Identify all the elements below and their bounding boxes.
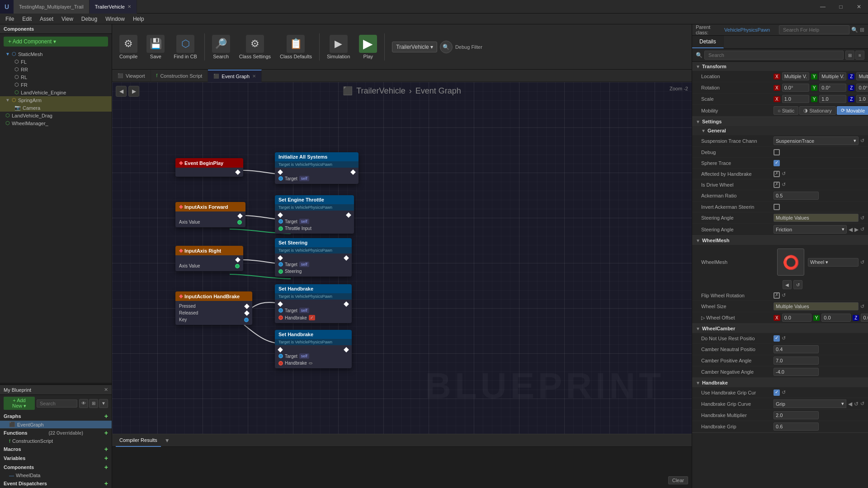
- wheel-offset-z-input[interactable]: [861, 314, 868, 322]
- grip-curve-dropdown[interactable]: Grip ▾: [774, 399, 846, 408]
- stationary-mobility-button[interactable]: ◑ Stationary: [799, 106, 836, 115]
- drive-wheel-checkbox[interactable]: [774, 182, 780, 188]
- macros-add-icon[interactable]: +: [104, 446, 108, 453]
- compile-button[interactable]: ⚙ Compile: [116, 33, 141, 61]
- tree-item-fr[interactable]: ⬡ FR: [0, 81, 112, 89]
- forward-exec-pin[interactable]: [237, 213, 242, 218]
- right-search-input[interactable]: [704, 51, 844, 60]
- throttle-target-pin[interactable]: [278, 219, 283, 224]
- search-help-input[interactable]: [779, 25, 849, 34]
- handbrake-section-header[interactable]: ▼ Handbrake: [692, 378, 868, 387]
- blueprint-filter-icon[interactable]: ▼: [99, 399, 108, 408]
- wheelmesh-section-header[interactable]: ▼ WheelMesh: [692, 236, 868, 245]
- find-in-cb-button[interactable]: ⬡ Find in CB: [170, 33, 200, 61]
- bp-section-components[interactable]: Components +: [0, 463, 112, 472]
- right-top-view-icon[interactable]: ⊞: [860, 27, 864, 33]
- throttle-input-pin[interactable]: [278, 226, 283, 231]
- camber-negative-input[interactable]: [774, 368, 819, 376]
- handbrake-grip-input[interactable]: [774, 422, 819, 431]
- variables-add-icon[interactable]: +: [104, 455, 108, 462]
- add-component-button[interactable]: + Add Component ▾: [4, 37, 108, 47]
- debug-search-icon[interactable]: 🔍: [440, 41, 453, 53]
- construction-script-tab[interactable]: f Construction Script: [151, 70, 208, 82]
- node-input-handbrake[interactable]: ◆ InputAction HandBrake Pressed Released…: [175, 291, 252, 325]
- tree-item-rr[interactable]: ⬡ RR: [0, 66, 112, 73]
- handbrake-key-pin[interactable]: [244, 318, 249, 322]
- wheel-size-dropdown[interactable]: Multiple Values: [774, 302, 859, 310]
- search-button[interactable]: 🔎 Search: [208, 33, 234, 61]
- menu-window[interactable]: Window: [102, 15, 128, 23]
- blueprint-canvas[interactable]: ◀ ▶ ⬛ TrailerVehicle › Event Graph Zoom …: [112, 82, 692, 434]
- throttle-exec-out-pin[interactable]: [346, 212, 351, 217]
- simulation-button[interactable]: ▶ Simulation: [323, 33, 354, 61]
- flip-wheel-checkbox[interactable]: [774, 292, 780, 299]
- wheelmesh-refresh-icon[interactable]: ↺: [793, 280, 802, 289]
- drive-wheel-reset-icon[interactable]: ↺: [782, 182, 786, 188]
- location-y-input[interactable]: [819, 72, 846, 80]
- scale-z-input[interactable]: [856, 95, 868, 103]
- handbrake-multiplier-input[interactable]: [774, 411, 819, 419]
- grip-curve-refresh-icon[interactable]: ↺: [854, 401, 859, 407]
- menu-view[interactable]: View: [58, 15, 77, 23]
- bp-section-graphs[interactable]: Graphs +: [0, 412, 112, 421]
- general-subsection-header[interactable]: ▼ General: [692, 126, 868, 135]
- right-view-btn-2[interactable]: ≡: [855, 51, 864, 60]
- init-exec-in-pin[interactable]: [278, 169, 283, 174]
- hb2-target-pin[interactable]: [278, 354, 283, 358]
- blueprint-add-button[interactable]: + Add New ▾: [4, 397, 35, 410]
- bp-item-constructionscript[interactable]: f ConstructionScript: [0, 437, 112, 445]
- maximize-button[interactable]: □: [832, 0, 850, 14]
- tree-item-fl[interactable]: ⬡ FL: [0, 58, 112, 66]
- right-axis-pin[interactable]: [235, 264, 240, 268]
- bp-section-variables[interactable]: Variables +: [0, 454, 112, 463]
- event-graph-close-icon[interactable]: ✕: [252, 74, 256, 79]
- bp-item-eventgraph[interactable]: ⬛ EventGraph: [0, 421, 112, 428]
- node-set-steering[interactable]: Set Steering Target is VehiclePhysicsPaw…: [275, 238, 352, 277]
- class-settings-button[interactable]: ⚙ Class Settings: [236, 33, 274, 61]
- tree-item-camera[interactable]: 📷 Camera: [0, 104, 112, 112]
- steering-value-pin[interactable]: [278, 269, 283, 274]
- transform-section-header[interactable]: ▼ Transform: [692, 62, 868, 71]
- bp-section-dispatchers[interactable]: Event Dispatchers +: [0, 479, 112, 488]
- node-input-right[interactable]: ◆ InputAxis Right Axis Value: [175, 246, 243, 271]
- node-set-throttle[interactable]: Set Engine Throttle Target is VehiclePhy…: [275, 195, 354, 234]
- node-set-handbrake2[interactable]: Set Handbrake Target is VehiclePhysicsPa…: [275, 330, 352, 368]
- node-init-systems[interactable]: Initialize All Systems Target is Vehicle…: [275, 152, 359, 184]
- wheel-offset-x-input[interactable]: [782, 314, 811, 322]
- dispatchers-add-icon[interactable]: +: [104, 480, 108, 487]
- class-defaults-button[interactable]: 📋 Class Defaults: [276, 33, 316, 61]
- steering-target-pin[interactable]: [278, 262, 283, 267]
- wheelmesh-dropdown[interactable]: Wheel ▾: [808, 258, 859, 267]
- use-handbrake-grip-reset-icon[interactable]: ↺: [782, 389, 786, 395]
- hb2-exec-in-pin[interactable]: [278, 347, 283, 352]
- rotation-z-input[interactable]: [856, 84, 868, 92]
- minimize-button[interactable]: —: [814, 0, 832, 14]
- blueprint-close-icon[interactable]: ✕: [104, 387, 108, 393]
- compiler-results-tab[interactable]: Compiler Results: [116, 434, 161, 447]
- tree-item-engine[interactable]: ⬡ LandVehicle_Engine: [0, 89, 112, 96]
- camber-neutral-input[interactable]: [774, 345, 819, 353]
- affected-handbrake-checkbox[interactable]: [774, 171, 780, 177]
- details-tab[interactable]: Details: [692, 36, 724, 48]
- compiler-clear-button[interactable]: Clear: [668, 476, 688, 484]
- camber-positive-input[interactable]: [774, 357, 819, 365]
- wheel-size-reset-icon[interactable]: ↺: [860, 304, 864, 310]
- wheelmesh-back-icon[interactable]: ◀: [783, 280, 792, 289]
- hb2-exec-out-pin[interactable]: [344, 347, 349, 352]
- invert-ackerman-checkbox[interactable]: [774, 204, 780, 210]
- grip-curve-reset-icon[interactable]: ↺: [860, 401, 864, 407]
- menu-edit[interactable]: Edit: [19, 15, 35, 23]
- forward-axis-pin[interactable]: [237, 220, 242, 225]
- scale-y-input[interactable]: [819, 95, 846, 103]
- hb1-exec-out-pin[interactable]: [344, 301, 349, 306]
- bp-section-functions[interactable]: Functions (22 Overridable) +: [0, 428, 112, 437]
- wheelmesh-reset-icon[interactable]: ↺: [860, 259, 864, 265]
- menu-file[interactable]: File: [2, 15, 18, 23]
- wheel-offset-y-input[interactable]: [821, 314, 851, 322]
- static-mobility-button[interactable]: ○ Static: [774, 106, 798, 115]
- save-button[interactable]: 💾 Save: [143, 33, 168, 61]
- blueprint-grid-icon[interactable]: ⊞: [89, 399, 98, 408]
- steering-angle-dropdown2[interactable]: Friction ▾: [774, 225, 847, 234]
- wheelcamber-section-header[interactable]: ▼ WheelCamber: [692, 324, 868, 333]
- location-x-input[interactable]: [782, 72, 809, 80]
